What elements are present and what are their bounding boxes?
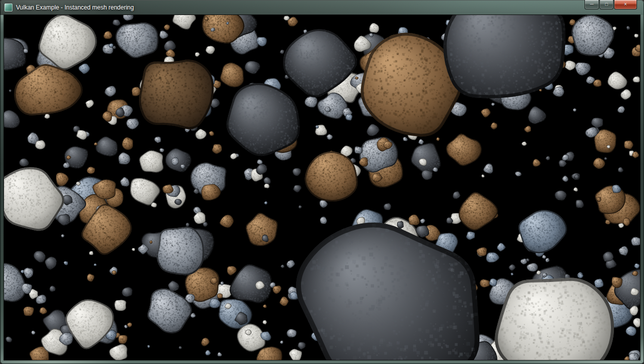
title-bar[interactable]: Vulkan Example - Instanced mesh renderin… — [0, 0, 644, 15]
viewport-container — [4, 15, 640, 360]
window-frame: Vulkan Example - Instanced mesh renderin… — [0, 0, 644, 364]
render-viewport[interactable] — [4, 15, 640, 360]
minimize-button[interactable]: ─ — [584, 0, 599, 10]
vulkan-app-icon[interactable] — [4, 4, 12, 12]
close-icon: × — [624, 2, 627, 7]
window-title: Vulkan Example - Instanced mesh renderin… — [16, 4, 134, 11]
maximize-button[interactable]: □ — [600, 0, 614, 10]
caption-button-group: ─ □ × — [584, 0, 637, 10]
minimize-icon: ─ — [590, 2, 594, 7]
close-button[interactable]: × — [614, 0, 637, 10]
maximize-icon: □ — [605, 2, 608, 7]
